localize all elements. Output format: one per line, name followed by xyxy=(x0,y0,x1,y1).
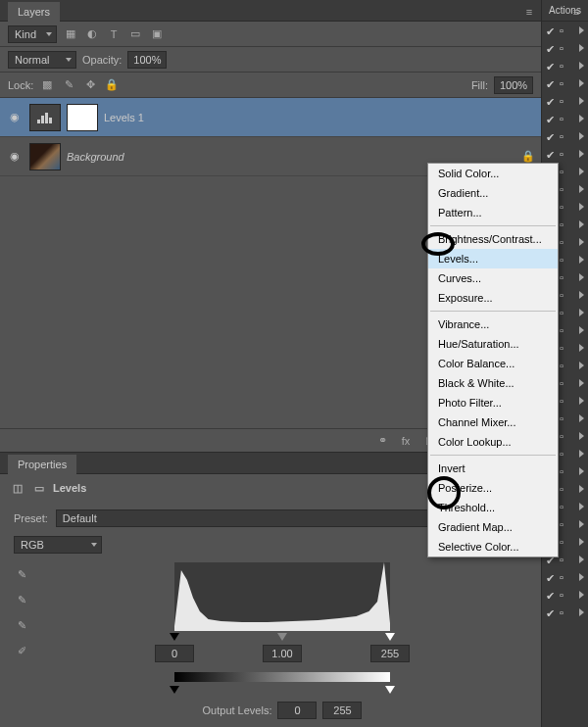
action-item[interactable]: ✔▫ xyxy=(542,57,588,74)
visibility-icon[interactable]: ◉ xyxy=(6,150,24,163)
expand-arrow-icon[interactable] xyxy=(579,115,584,122)
visibility-icon[interactable]: ◉ xyxy=(6,111,24,123)
black-eyedropper-icon[interactable]: ✎ xyxy=(14,566,29,582)
menu-item-solid-color-[interactable]: Solid Color... xyxy=(428,164,558,183)
expand-arrow-icon[interactable] xyxy=(579,291,584,299)
image-thumbnail[interactable] xyxy=(29,143,61,170)
check-icon[interactable]: ✔ xyxy=(546,96,556,106)
link-layers-icon[interactable]: ⚭ xyxy=(374,433,390,449)
check-icon[interactable]: ✔ xyxy=(546,572,556,582)
menu-item-black-white-[interactable]: Black & White... xyxy=(428,373,558,393)
expand-arrow-icon[interactable] xyxy=(579,450,584,458)
expand-arrow-icon[interactable] xyxy=(579,256,584,264)
menu-item-exposure-[interactable]: Exposure... xyxy=(428,288,558,308)
action-item[interactable]: ✔▫ xyxy=(542,145,588,163)
preset-menu-icon[interactable]: ≡ xyxy=(568,4,584,20)
menu-item-photo-filter-[interactable]: Photo Filter... xyxy=(428,393,558,412)
action-item[interactable]: ✔▫ xyxy=(542,110,588,127)
layers-tab[interactable]: Layers xyxy=(8,2,60,22)
expand-arrow-icon[interactable] xyxy=(579,503,584,510)
edit-icon[interactable]: ✐ xyxy=(14,643,29,658)
mask-icon[interactable]: ▭ xyxy=(31,480,47,496)
expand-arrow-icon[interactable] xyxy=(579,362,584,369)
check-icon[interactable]: ✔ xyxy=(546,43,556,53)
blend-mode-select[interactable]: Normal xyxy=(8,51,76,69)
mask-thumbnail[interactable] xyxy=(67,104,98,131)
menu-item-curves-[interactable]: Curves... xyxy=(428,268,558,288)
menu-item-hue-saturation-[interactable]: Hue/Saturation... xyxy=(428,334,558,354)
expand-arrow-icon[interactable] xyxy=(579,467,584,475)
filter-shape-icon[interactable]: ▭ xyxy=(127,26,143,42)
gray-eyedropper-icon[interactable]: ✎ xyxy=(14,592,29,607)
action-item[interactable]: ✔▫ xyxy=(542,22,588,39)
expand-arrow-icon[interactable] xyxy=(579,538,584,546)
input-mid-field[interactable]: 1.00 xyxy=(263,645,302,662)
expand-arrow-icon[interactable] xyxy=(579,344,584,352)
lock-position-icon[interactable]: ✥ xyxy=(82,77,98,93)
menu-item-selective-color-[interactable]: Selective Color... xyxy=(428,537,558,557)
output-black-field[interactable]: 0 xyxy=(277,702,317,719)
filter-pixel-icon[interactable]: ▦ xyxy=(63,26,78,42)
action-item[interactable]: ✔▫ xyxy=(542,604,588,621)
menu-item-channel-mixer-[interactable]: Channel Mixer... xyxy=(428,412,558,432)
menu-item-color-balance-[interactable]: Color Balance... xyxy=(428,354,558,373)
white-eyedropper-icon[interactable]: ✎ xyxy=(14,617,29,633)
output-black-handle[interactable] xyxy=(170,686,179,694)
expand-arrow-icon[interactable] xyxy=(579,397,584,405)
action-item[interactable]: ✔▫ xyxy=(542,74,588,92)
layer-name[interactable]: Levels 1 xyxy=(104,112,535,123)
menu-item-levels-[interactable]: Levels... xyxy=(428,249,558,268)
filter-type-icon[interactable]: T xyxy=(106,26,122,42)
layer-style-icon[interactable]: fx xyxy=(398,433,414,449)
check-icon[interactable]: ✔ xyxy=(546,78,556,88)
expand-arrow-icon[interactable] xyxy=(579,185,584,193)
input-white-field[interactable]: 255 xyxy=(370,645,410,662)
layer-row-levels[interactable]: ◉ Levels 1 xyxy=(0,98,541,137)
expand-arrow-icon[interactable] xyxy=(579,414,584,422)
expand-arrow-icon[interactable] xyxy=(579,432,584,440)
menu-item-invert[interactable]: Invert xyxy=(428,459,558,478)
action-item[interactable]: ✔▫ xyxy=(542,92,588,110)
expand-arrow-icon[interactable] xyxy=(579,97,584,105)
expand-arrow-icon[interactable] xyxy=(579,168,584,175)
check-icon[interactable]: ✔ xyxy=(546,149,556,159)
menu-item-color-lookup-[interactable]: Color Lookup... xyxy=(428,432,558,452)
check-icon[interactable]: ✔ xyxy=(546,25,556,35)
levels-icon[interactable]: ◫ xyxy=(10,480,25,496)
expand-arrow-icon[interactable] xyxy=(579,79,584,87)
menu-item-brightness-contrast-[interactable]: Brightness/Contrast... xyxy=(428,229,558,249)
action-item[interactable]: ✔▫ xyxy=(542,127,588,145)
expand-arrow-icon[interactable] xyxy=(579,591,584,599)
opacity-input[interactable]: 100% xyxy=(127,51,167,69)
check-icon[interactable]: ✔ xyxy=(546,607,556,617)
menu-item-gradient-[interactable]: Gradient... xyxy=(428,183,558,203)
adjustment-thumbnail[interactable] xyxy=(29,104,61,131)
expand-arrow-icon[interactable] xyxy=(579,379,584,387)
expand-arrow-icon[interactable] xyxy=(579,485,584,493)
expand-arrow-icon[interactable] xyxy=(579,150,584,158)
menu-item-pattern-[interactable]: Pattern... xyxy=(428,203,558,222)
output-white-handle[interactable] xyxy=(385,686,395,694)
expand-arrow-icon[interactable] xyxy=(579,220,584,228)
layer-name[interactable]: Background xyxy=(67,151,515,163)
filter-adjustment-icon[interactable]: ◐ xyxy=(84,26,100,42)
action-item[interactable]: ✔▫ xyxy=(542,568,588,586)
lock-all-icon[interactable]: 🔒 xyxy=(104,77,120,93)
expand-arrow-icon[interactable] xyxy=(579,520,584,528)
expand-arrow-icon[interactable] xyxy=(579,273,584,281)
action-item[interactable]: ✔▫ xyxy=(542,586,588,604)
fill-input[interactable]: 100% xyxy=(494,76,533,94)
expand-arrow-icon[interactable] xyxy=(579,326,584,334)
menu-item-gradient-map-[interactable]: Gradient Map... xyxy=(428,517,558,537)
expand-arrow-icon[interactable] xyxy=(579,309,584,316)
expand-arrow-icon[interactable] xyxy=(579,132,584,140)
expand-arrow-icon[interactable] xyxy=(579,26,584,34)
menu-item-vibrance-[interactable]: Vibrance... xyxy=(428,315,558,334)
check-icon[interactable]: ✔ xyxy=(546,114,556,123)
expand-arrow-icon[interactable] xyxy=(579,44,584,52)
expand-arrow-icon[interactable] xyxy=(579,556,584,563)
properties-tab[interactable]: Properties xyxy=(8,455,76,474)
lock-transparency-icon[interactable]: ▩ xyxy=(39,77,55,93)
input-black-field[interactable]: 0 xyxy=(155,645,194,662)
mid-point-handle[interactable] xyxy=(277,633,287,641)
